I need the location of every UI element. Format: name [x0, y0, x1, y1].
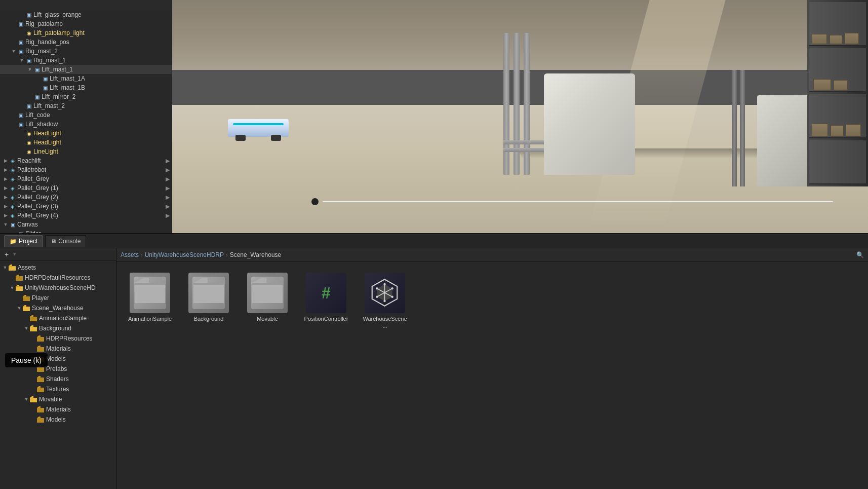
asset-label: Movable	[257, 315, 278, 322]
asset-item-Background[interactable]: Background	[183, 270, 234, 333]
light-icon: ◉	[25, 148, 32, 155]
asset-label: WarehouseScene...	[363, 315, 407, 330]
right-expand-icon[interactable]: ▶	[166, 185, 170, 192]
tree-arrow[interactable]	[2, 175, 9, 182]
tree-arrow[interactable]	[2, 221, 9, 228]
add-button[interactable]: +	[3, 250, 10, 258]
cube-icon: ▣	[17, 39, 24, 46]
forklift-body	[544, 73, 635, 175]
scrubber-dot[interactable]	[311, 198, 319, 205]
viewport[interactable]	[172, 0, 868, 233]
asset-item-AnimationSample[interactable]: AnimationSample	[125, 270, 175, 333]
hierarchy-item-Reachlift[interactable]: ◈Reachlift▶	[0, 156, 172, 165]
timeline-scrubber[interactable]	[311, 198, 834, 205]
agv-body	[228, 119, 289, 137]
asset-item-WarehouseScene___[interactable]: WarehouseScene...	[360, 270, 410, 333]
tree-arrow[interactable]	[2, 166, 9, 173]
folder-label: Assets	[18, 264, 36, 271]
right-expand-icon[interactable]: ▶	[166, 212, 170, 219]
breadcrumb-assets[interactable]: Assets	[121, 251, 139, 258]
hierarchy-item-Rig_mast_2[interactable]: ▣Rig_mast_2	[0, 47, 172, 56]
tree-item-label: Pallet_Grey (3)	[17, 203, 58, 210]
asset-item-Movable[interactable]: Movable	[242, 270, 293, 333]
folder-item-HDRPDefaultResources[interactable]: HDRPDefaultResources	[0, 273, 116, 283]
hierarchy-item-Lift_mast_1A[interactable]: ▣Lift_mast_1A	[0, 74, 172, 83]
folder-item-HDRPResources[interactable]: HDRPResources	[0, 333, 116, 344]
tree-arrow[interactable]	[2, 157, 9, 164]
folder-item-UnityWarehouseSceneHD[interactable]: UnityWarehouseSceneHD	[0, 283, 116, 293]
tree-arrow[interactable]	[2, 184, 9, 192]
tree-arrow[interactable]	[2, 203, 9, 210]
shelf-box-7	[831, 125, 844, 136]
hierarchy-item-LineLight[interactable]: ◉LineLight	[0, 147, 172, 156]
hierarchy-item-Canvas[interactable]: ▣Canvas	[0, 220, 172, 229]
tree-item-label: Pallet_Grey (2)	[17, 194, 58, 201]
hierarchy-item-Lift_mast_1[interactable]: ▣Lift_mast_1	[0, 65, 172, 74]
tab-project[interactable]: 📁 Project	[4, 235, 43, 247]
folder-arrow[interactable]	[9, 284, 15, 291]
folder-item-AnimationSample[interactable]: AnimationSample	[0, 313, 116, 323]
hierarchy-item-Lift_shadow[interactable]: ▣Lift_shadow	[0, 120, 172, 129]
tree-item-label: Pallet_Grey	[17, 175, 49, 182]
hierarchy-item-Pallet_Grey_3[interactable]: ◈Pallet_Grey (3)▶	[0, 202, 172, 211]
folder-item-Movable[interactable]: Movable	[0, 394, 116, 404]
folder-item-Player[interactable]: Player	[0, 293, 116, 303]
svg-point-9	[376, 296, 378, 298]
right-expand-icon[interactable]: ▶	[166, 158, 170, 164]
hierarchy-item-HeadLight[interactable]: ◉HeadLight	[0, 129, 172, 138]
hierarchy-item-Lift_glass_orange[interactable]: ▣Lift_glass_orange	[0, 10, 172, 19]
add-dropdown-icon[interactable]: ▾	[13, 251, 16, 257]
right-expand-icon[interactable]: ▶	[166, 203, 170, 210]
tree-arrow[interactable]	[10, 48, 17, 55]
hierarchy-item-Pallet_Grey_2[interactable]: ◈Pallet_Grey (2)▶	[0, 193, 172, 202]
hierarchy-item-HeadLight[interactable]: ◉HeadLight	[0, 138, 172, 147]
folder-arrow[interactable]	[16, 305, 22, 312]
breadcrumb-folder1[interactable]: UnityWarehouseSceneHDRP	[145, 251, 224, 258]
hierarchy-item-Slider[interactable]: ▣Slider	[0, 229, 172, 233]
tree-arrow[interactable]	[26, 66, 33, 73]
hierarchy-item-Pallet_Grey_4[interactable]: ◈Pallet_Grey (4)▶	[0, 211, 172, 220]
hierarchy-item-Lift_mirror_2[interactable]: ▣Lift_mirror_2	[0, 92, 172, 101]
tree-arrow[interactable]	[2, 194, 9, 201]
hierarchy-item-Rig_mast_1[interactable]: ▣Rig_mast_1	[0, 56, 172, 65]
tree-item-label: Rig_handle_pos	[25, 39, 69, 46]
hierarchy-item-Lift_mast_1B[interactable]: ▣Lift_mast_1B	[0, 83, 172, 92]
folder-closed-icon	[36, 365, 45, 373]
folder-item-Shaders[interactable]: Shaders	[0, 374, 116, 384]
tab-console[interactable]: 🖥 Console	[45, 235, 86, 247]
tree-arrow[interactable]	[2, 212, 9, 219]
folder-item-Prefabs[interactable]: Prefabs	[0, 364, 116, 374]
hierarchy-item-Pallet_Grey[interactable]: ◈Pallet_Grey▶	[0, 174, 172, 183]
folder-arrow[interactable]	[23, 325, 29, 332]
right-expand-icon[interactable]: ▶	[166, 176, 170, 182]
folder-item-Models[interactable]: Models	[0, 354, 116, 364]
folder-item-Background[interactable]: Background	[0, 323, 116, 333]
hierarchy-item-Palletrobot[interactable]: ◈Palletrobot▶	[0, 165, 172, 174]
hierarchy-item-Lift_code[interactable]: ▣Lift_code	[0, 110, 172, 120]
breadcrumb-bar: Assets › UnityWarehouseSceneHDRP › Scene…	[116, 248, 868, 261]
folder-item-Materials[interactable]: Materials	[0, 404, 116, 415]
folder-item-Assets[interactable]: Assets	[0, 262, 116, 273]
folder-item-Materials[interactable]: Materials	[0, 344, 116, 354]
asset-item-PositionController[interactable]: #PositionController	[301, 270, 351, 333]
prefab-blue-icon: ◈	[9, 157, 16, 164]
hierarchy-item-Rig_handle_pos[interactable]: ▣Rig_handle_pos	[0, 37, 172, 47]
scrubber-line[interactable]	[323, 201, 834, 202]
tree-item-label: Pallet_Grey (1)	[17, 184, 58, 192]
folder-item-Textures[interactable]: Textures	[0, 384, 116, 394]
right-expand-icon[interactable]: ▶	[166, 194, 170, 201]
folder-item-Models[interactable]: Models	[0, 415, 116, 425]
folder-arrow[interactable]	[2, 264, 8, 271]
hierarchy-item-Pallet_Grey_1[interactable]: ◈Pallet_Grey (1)▶	[0, 183, 172, 193]
hierarchy-item-Lift_mast_2[interactable]: ▣Lift_mast_2	[0, 101, 172, 110]
hierarchy-item-Rig_patolamp[interactable]: ▣Rig_patolamp	[0, 19, 172, 28]
folder-item-Scene_Warehouse[interactable]: Scene_Warehouse	[0, 303, 116, 313]
right-expand-icon[interactable]: ▶	[166, 167, 170, 173]
asset-left-panel[interactable]: Assets HDRPDefaultResources UnityWarehou…	[0, 260, 116, 427]
tree-arrow[interactable]	[18, 57, 25, 64]
hierarchy-panel[interactable]: ▣Lift_glass_orange▣Rig_patolamp◉Lift_pat…	[0, 0, 172, 233]
search-icon[interactable]: 🔍	[856, 251, 864, 258]
asset-grid[interactable]: AnimationSample Background Movable#Posit…	[116, 261, 868, 489]
hierarchy-item-Lift_patolamp_light[interactable]: ◉Lift_patolamp_light	[0, 28, 172, 37]
folder-arrow[interactable]	[23, 396, 29, 403]
